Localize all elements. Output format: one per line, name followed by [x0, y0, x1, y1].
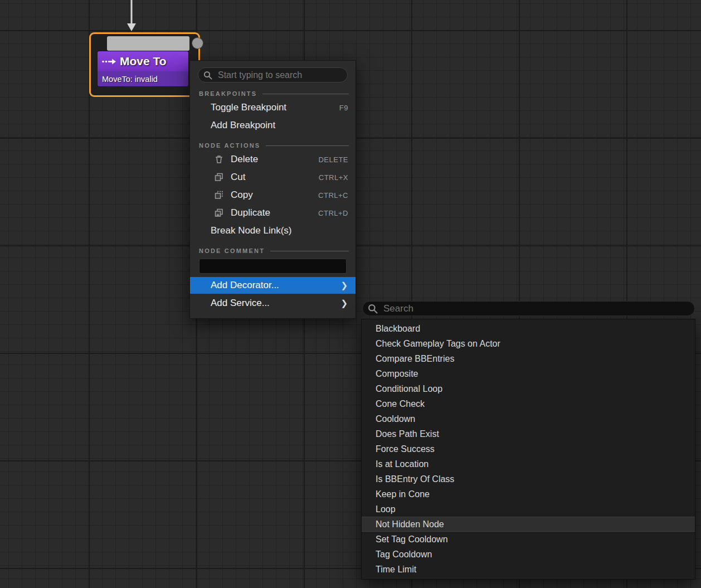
- node-comment-bubble[interactable]: [107, 36, 189, 51]
- decorator-option-keep-in-cone[interactable]: Keep in Cone: [362, 487, 695, 502]
- node-context-menu: BREAKPOINTS Toggle Breakpoint F9 Add Bre…: [189, 60, 356, 319]
- section-divider: [270, 251, 349, 251]
- menu-item-shortcut: F9: [339, 104, 348, 112]
- trash-icon: [214, 154, 224, 164]
- section-breakpoints: BREAKPOINTS: [199, 90, 349, 97]
- move-to-node[interactable]: Move To MoveTo: invalid: [89, 32, 200, 97]
- node-body[interactable]: Move To MoveTo: invalid: [98, 51, 188, 86]
- decorator-option-blackboard[interactable]: Blackboard: [362, 321, 695, 336]
- node-index-badge: [192, 37, 203, 49]
- section-label: BREAKPOINTS: [199, 90, 257, 97]
- section-label: NODE ACTIONS: [199, 142, 260, 149]
- menu-item-label: Delete: [231, 154, 258, 165]
- menu-item-label: Add Breakpoint: [211, 120, 275, 131]
- chevron-right-icon: ❯: [340, 280, 348, 290]
- decorator-submenu: Blackboard Check Gameplay Tags on Actor …: [361, 319, 695, 580]
- decorator-submenu-searchbar: [362, 301, 695, 316]
- menu-item-shortcut: CTRL+D: [318, 209, 348, 217]
- search-icon: [203, 71, 212, 80]
- decorator-option-conditional-loop[interactable]: Conditional Loop: [362, 381, 695, 396]
- section-divider: [262, 94, 349, 94]
- decorator-option-composite[interactable]: Composite: [362, 366, 695, 381]
- decorator-option-loop[interactable]: Loop: [362, 502, 695, 517]
- section-label: NODE COMMENT: [199, 247, 265, 254]
- chevron-right-icon: ❯: [340, 298, 348, 308]
- decorator-option-not-hidden-node[interactable]: Not Hidden Node: [362, 517, 695, 532]
- menu-item-label: Copy: [231, 189, 253, 201]
- menu-item-label: Duplicate: [231, 207, 270, 218]
- menu-item-label: Toggle Breakpoint: [211, 102, 286, 113]
- context-search-input[interactable]: [217, 70, 345, 81]
- decorator-option-force-success[interactable]: Force Success: [362, 441, 695, 456]
- context-menu-search[interactable]: [198, 67, 348, 82]
- duplicate-icon: [214, 208, 224, 218]
- decorator-option-compare-bbentries[interactable]: Compare BBEntries: [362, 351, 695, 366]
- menu-item-toggle-breakpoint[interactable]: Toggle Breakpoint F9: [190, 99, 356, 116]
- menu-item-shortcut: CTRL+X: [319, 173, 348, 182]
- menu-item-duplicate[interactable]: Duplicate CTRL+D: [190, 204, 356, 222]
- menu-item-break-node-links[interactable]: Break Node Link(s): [190, 222, 356, 240]
- node-subtitle: MoveTo: invalid: [98, 71, 188, 86]
- menu-item-add-decorator[interactable]: Add Decorator... ❯: [190, 277, 356, 294]
- parent-link-arrow: [125, 0, 138, 32]
- menu-item-label: Add Decorator...: [211, 280, 279, 291]
- menu-item-shortcut: CTRL+C: [318, 191, 348, 200]
- menu-item-delete[interactable]: Delete DELETE: [190, 150, 356, 168]
- search-icon: [368, 304, 378, 314]
- decorator-option-cooldown[interactable]: Cooldown: [362, 411, 695, 426]
- decorator-option-time-limit[interactable]: Time Limit: [362, 562, 695, 577]
- menu-item-cut[interactable]: Cut CTRL+X: [190, 168, 356, 186]
- decorator-option-cone-check[interactable]: Cone Check: [362, 396, 695, 411]
- menu-item-add-breakpoint[interactable]: Add Breakpoint: [190, 116, 356, 134]
- decorator-option-set-tag-cooldown[interactable]: Set Tag Cooldown: [362, 532, 695, 547]
- submenu-search-input[interactable]: [382, 303, 692, 315]
- menu-item-label: Break Node Link(s): [211, 225, 292, 236]
- menu-item-add-service[interactable]: Add Service... ❯: [190, 295, 356, 312]
- cut-icon: [214, 172, 224, 182]
- menu-item-copy[interactable]: Copy CTRL+C: [190, 186, 356, 204]
- move-to-icon: [101, 58, 116, 65]
- section-node-comment: NODE COMMENT: [199, 247, 349, 254]
- decorator-option-is-at-location[interactable]: Is at Location: [362, 456, 695, 472]
- decorator-option-is-bbentry-of-class[interactable]: Is BBEntry Of Class: [362, 472, 695, 487]
- section-node-actions: NODE ACTIONS: [199, 142, 349, 149]
- menu-item-label: Add Service...: [211, 298, 270, 309]
- submenu-search[interactable]: [362, 301, 695, 316]
- menu-item-shortcut: DELETE: [318, 155, 348, 164]
- node-title: Move To: [120, 55, 167, 68]
- node-header[interactable]: Move To: [98, 51, 188, 71]
- copy-icon: [214, 190, 224, 200]
- section-divider: [266, 145, 349, 146]
- decorator-option-check-gameplay-tags[interactable]: Check Gameplay Tags on Actor: [362, 336, 695, 351]
- node-comment-input[interactable]: [199, 259, 347, 274]
- decorator-option-tag-cooldown[interactable]: Tag Cooldown: [362, 547, 695, 562]
- menu-item-label: Cut: [231, 172, 245, 183]
- decorator-option-does-path-exist[interactable]: Does Path Exist: [362, 426, 695, 441]
